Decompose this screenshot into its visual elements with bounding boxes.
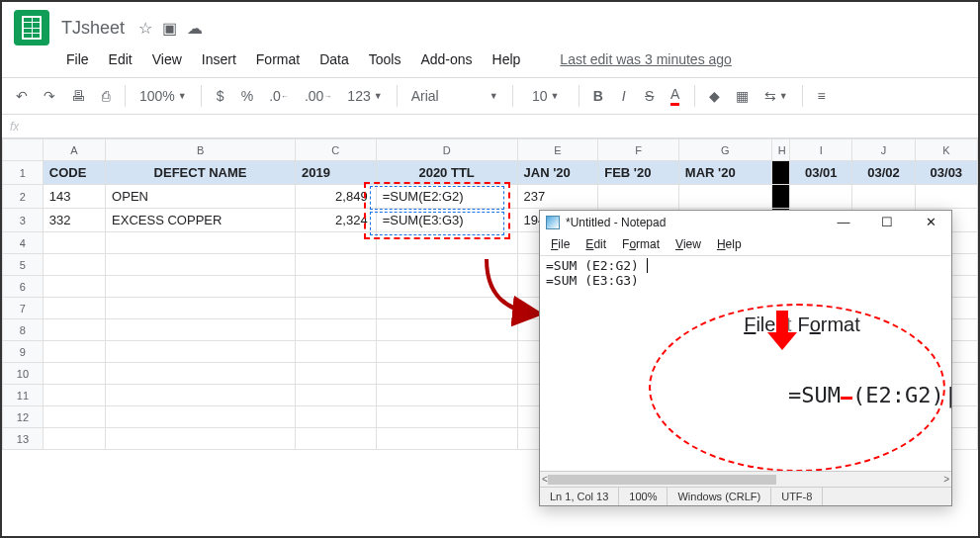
row-header[interactable]: 10 bbox=[3, 363, 44, 385]
cell[interactable] bbox=[376, 298, 517, 319]
cell[interactable]: 2,849 bbox=[296, 185, 377, 209]
cell[interactable]: MAR '20 bbox=[678, 161, 771, 185]
cell[interactable]: 237 bbox=[517, 185, 598, 209]
row-header[interactable]: 1 bbox=[3, 161, 44, 185]
more-formats-dropdown[interactable]: 123▼ bbox=[341, 84, 388, 108]
sheets-logo-icon[interactable] bbox=[14, 10, 49, 45]
redo-button[interactable]: ↷ bbox=[38, 84, 61, 108]
bold-button[interactable]: B bbox=[587, 84, 609, 108]
cell[interactable] bbox=[296, 319, 377, 341]
cell[interactable] bbox=[43, 298, 105, 319]
cell[interactable]: 03/02 bbox=[852, 161, 915, 185]
menu-edit[interactable]: Edit bbox=[100, 47, 141, 71]
fill-color-button[interactable]: ◆ bbox=[703, 84, 726, 108]
cell[interactable] bbox=[376, 319, 517, 341]
strikethrough-button[interactable]: S bbox=[639, 84, 661, 108]
col-header-J[interactable]: J bbox=[852, 139, 915, 161]
row-header[interactable]: 8 bbox=[3, 319, 44, 341]
row-header[interactable]: 11 bbox=[3, 385, 44, 406]
percent-button[interactable]: % bbox=[235, 84, 259, 108]
row-header[interactable]: 9 bbox=[3, 341, 44, 363]
decrease-decimal-button[interactable]: .0← bbox=[263, 84, 295, 108]
cell-formula[interactable]: =SUM(E2:G2) bbox=[376, 185, 517, 209]
cell[interactable] bbox=[376, 406, 517, 428]
cell[interactable] bbox=[43, 406, 105, 428]
paint-format-button[interactable]: ⎙ bbox=[95, 84, 117, 108]
merge-cells-button[interactable]: ⇆▼ bbox=[758, 84, 794, 108]
row-header[interactable]: 5 bbox=[3, 254, 44, 276]
currency-button[interactable]: $ bbox=[210, 84, 231, 108]
menu-format[interactable]: Format bbox=[247, 47, 309, 71]
col-header-E[interactable]: E bbox=[517, 139, 598, 161]
cell[interactable]: 2,324 bbox=[296, 209, 377, 232]
cell[interactable] bbox=[296, 406, 377, 428]
cell[interactable] bbox=[376, 276, 517, 298]
menu-tools[interactable]: Tools bbox=[360, 47, 410, 71]
cell[interactable]: 03/01 bbox=[790, 161, 852, 185]
cell[interactable] bbox=[43, 232, 105, 254]
cell[interactable] bbox=[43, 254, 105, 276]
cell[interactable] bbox=[106, 298, 296, 319]
cell[interactable] bbox=[296, 298, 377, 319]
cell[interactable] bbox=[771, 185, 789, 209]
cell[interactable] bbox=[106, 385, 296, 406]
select-all-cell[interactable] bbox=[3, 139, 44, 161]
notepad-scrollbar[interactable]: < > bbox=[540, 471, 951, 487]
row-header[interactable]: 4 bbox=[3, 232, 44, 254]
col-header-B[interactable]: B bbox=[106, 139, 296, 161]
undo-button[interactable]: ↶ bbox=[10, 84, 34, 108]
cell[interactable] bbox=[43, 341, 105, 363]
cell[interactable] bbox=[376, 232, 517, 254]
cell[interactable] bbox=[296, 276, 377, 298]
col-header-K[interactable]: K bbox=[915, 139, 977, 161]
italic-button[interactable]: I bbox=[613, 84, 635, 108]
cell[interactable] bbox=[915, 185, 977, 209]
menu-help[interactable]: Help bbox=[484, 47, 530, 71]
close-button[interactable]: ✕ bbox=[912, 215, 949, 229]
cell[interactable] bbox=[106, 276, 296, 298]
cloud-icon[interactable]: ☁ bbox=[187, 19, 203, 38]
col-header-D[interactable]: D bbox=[376, 139, 517, 161]
cell[interactable] bbox=[106, 406, 296, 428]
maximize-button[interactable]: ☐ bbox=[868, 215, 906, 229]
formula-bar[interactable]: fx bbox=[2, 115, 978, 138]
cell[interactable] bbox=[296, 232, 377, 254]
col-header-C[interactable]: C bbox=[296, 139, 377, 161]
col-header-I[interactable]: I bbox=[790, 139, 852, 161]
cell[interactable]: FEB '20 bbox=[598, 161, 679, 185]
cell[interactable] bbox=[43, 385, 105, 406]
font-dropdown[interactable]: Arial▼ bbox=[405, 84, 504, 108]
menu-view[interactable]: View bbox=[143, 47, 191, 71]
row-header[interactable]: 6 bbox=[3, 276, 44, 298]
zoom-dropdown[interactable]: 100%▼ bbox=[134, 84, 193, 108]
row-header[interactable]: 13 bbox=[3, 428, 44, 450]
np-menu-file[interactable]: File bbox=[544, 235, 577, 253]
np-menu-edit[interactable]: Edit bbox=[579, 235, 613, 253]
np-menu-format[interactable]: Format bbox=[615, 235, 667, 253]
np-menu-help[interactable]: Help bbox=[710, 235, 749, 253]
cell[interactable] bbox=[296, 385, 377, 406]
cell[interactable] bbox=[43, 363, 105, 385]
notepad-text-area[interactable]: =SUM (E2:G2) =SUM (E3:G3) FFileile it Fo… bbox=[540, 255, 951, 471]
cell[interactable]: 2020 TTL bbox=[376, 161, 517, 185]
np-menu-view[interactable]: View bbox=[668, 235, 708, 253]
font-size-dropdown[interactable]: 10▼ bbox=[521, 84, 571, 108]
cell[interactable] bbox=[106, 232, 296, 254]
cell[interactable] bbox=[43, 319, 105, 341]
cell[interactable]: CODE bbox=[43, 161, 105, 185]
horizontal-align-button[interactable]: ≡ bbox=[811, 84, 833, 108]
notepad-titlebar[interactable]: *Untitled - Notepad — ☐ ✕ bbox=[540, 211, 951, 233]
cell[interactable] bbox=[852, 185, 915, 209]
cell[interactable]: 03/03 bbox=[915, 161, 977, 185]
col-header-F[interactable]: F bbox=[598, 139, 679, 161]
cell[interactable] bbox=[790, 185, 852, 209]
cell[interactable] bbox=[376, 363, 517, 385]
increase-decimal-button[interactable]: .00→ bbox=[299, 84, 337, 108]
row-header[interactable]: 2 bbox=[3, 185, 44, 209]
col-header-G[interactable]: G bbox=[678, 139, 771, 161]
cell[interactable] bbox=[43, 428, 105, 450]
cell[interactable] bbox=[43, 276, 105, 298]
cell[interactable]: 332 bbox=[43, 209, 105, 232]
cell[interactable] bbox=[106, 341, 296, 363]
cell[interactable] bbox=[106, 319, 296, 341]
